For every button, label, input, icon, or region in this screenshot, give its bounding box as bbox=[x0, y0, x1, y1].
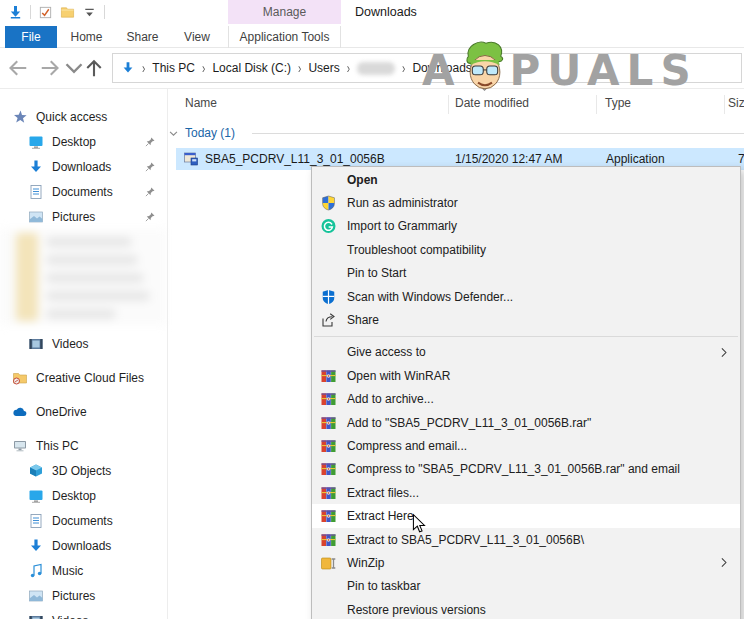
tab-share[interactable]: Share bbox=[116, 26, 169, 48]
menu-icon-placeholder bbox=[320, 602, 337, 618]
downloads-folder-icon[interactable] bbox=[8, 5, 23, 20]
submenu-arrow-icon bbox=[717, 346, 730, 359]
navigation-pane: Quick accessDesktopDownloadsDocumentsPic… bbox=[0, 104, 166, 619]
menu-item-share[interactable]: Share bbox=[312, 308, 740, 331]
appuals-mascot-icon bbox=[456, 38, 514, 94]
video-icon bbox=[28, 613, 44, 619]
sidebar-item-label: Videos bbox=[52, 337, 88, 351]
column-separator[interactable] bbox=[724, 95, 725, 114]
tab-view[interactable]: View bbox=[172, 26, 222, 48]
cube-icon bbox=[28, 463, 44, 479]
document-icon bbox=[28, 184, 44, 200]
breadcrumb-local-disk-c[interactable]: Local Disk (C:) bbox=[212, 61, 291, 75]
winrar-icon bbox=[320, 391, 337, 407]
menu-item-label: Give access to bbox=[347, 345, 426, 359]
new-folder-icon[interactable] bbox=[60, 5, 75, 20]
menu-item-scan-with-windows-defender[interactable]: Scan with Windows Defender... bbox=[312, 285, 740, 308]
menu-item-extract-here[interactable]: Extract Here bbox=[312, 504, 740, 527]
column-header-date-modified[interactable]: Date modified bbox=[455, 96, 529, 110]
menu-item-winzip[interactable]: WinZip bbox=[312, 551, 740, 574]
sidebar-item-pictures[interactable]: Pictures bbox=[0, 583, 166, 608]
column-header-size[interactable]: Size bbox=[728, 96, 744, 110]
sidebar-item-pictures[interactable]: Pictures bbox=[0, 204, 166, 229]
tab-file[interactable]: File bbox=[5, 26, 57, 48]
sidebar-item-desktop[interactable]: Desktop bbox=[0, 483, 166, 508]
menu-item-label: Add to archive... bbox=[347, 392, 434, 406]
sidebar-item-label: Desktop bbox=[52, 135, 96, 149]
menu-item-pin-to-taskbar[interactable]: Pin to taskbar bbox=[312, 575, 740, 598]
breadcrumb-this-pc[interactable]: This PC bbox=[152, 61, 195, 75]
picture-icon bbox=[28, 209, 44, 225]
menu-icon-placeholder bbox=[320, 172, 337, 188]
properties-checkbox-icon[interactable] bbox=[38, 5, 53, 20]
menu-item-label: Troubleshoot compatibility bbox=[347, 243, 486, 257]
cloud-icon bbox=[12, 404, 28, 420]
menu-item-add-to-archive[interactable]: Add to archive... bbox=[312, 388, 740, 411]
sidebar-item-quick-access[interactable]: Quick access bbox=[0, 104, 166, 129]
tab-application-tools[interactable]: Application Tools bbox=[228, 26, 341, 48]
sidebar-item-creative-cloud-files[interactable]: Creative Cloud Files bbox=[0, 365, 166, 390]
sidebar-item-videos[interactable]: Videos bbox=[0, 331, 166, 356]
sidebar-item-videos[interactable]: Videos bbox=[0, 608, 166, 619]
pane-divider bbox=[167, 89, 168, 619]
sidebar-item-this-pc[interactable]: This PC bbox=[0, 433, 166, 458]
star-icon bbox=[12, 109, 28, 125]
group-collapse-icon[interactable] bbox=[168, 128, 179, 139]
back-button[interactable] bbox=[6, 48, 30, 88]
column-header-name[interactable]: Name bbox=[185, 96, 217, 110]
column-separator[interactable] bbox=[448, 95, 449, 114]
winrar-icon bbox=[320, 508, 337, 524]
toolbar-separator bbox=[30, 5, 31, 19]
menu-item-extract-files[interactable]: Extract files... bbox=[312, 481, 740, 504]
menu-icon-placeholder bbox=[320, 265, 337, 281]
column-header-type[interactable]: Type bbox=[605, 96, 631, 110]
menu-item-restore-previous-versions[interactable]: Restore previous versions bbox=[312, 598, 740, 619]
menu-item-add-to-sba5-pcdrv-l11-3-01-0056b-rar[interactable]: Add to "SBA5_PCDRV_L11_3_01_0056B.rar" bbox=[312, 411, 740, 434]
manage-contextual-header: Manage bbox=[228, 0, 341, 24]
winrar-icon bbox=[320, 368, 337, 384]
breadcrumb-separator-icon: › bbox=[347, 60, 350, 75]
sidebar-item-label: Videos bbox=[52, 614, 88, 619]
menu-item-give-access-to[interactable]: Give access to bbox=[312, 341, 740, 364]
pin-icon bbox=[144, 136, 156, 148]
winrar-icon bbox=[320, 485, 337, 501]
menu-item-open-with-winrar[interactable]: Open with WinRAR bbox=[312, 364, 740, 387]
sidebar-item-label: Documents bbox=[52, 514, 113, 528]
tab-home[interactable]: Home bbox=[60, 26, 113, 48]
qat-customize-icon[interactable] bbox=[82, 5, 97, 20]
sidebar-item-onedrive[interactable]: OneDrive bbox=[0, 399, 166, 424]
menu-item-open[interactable]: Open bbox=[312, 168, 740, 191]
menu-item-import-to-grammarly[interactable]: Import to Grammarly bbox=[312, 215, 740, 238]
menu-item-run-as-administrator[interactable]: Run as administrator bbox=[312, 191, 740, 214]
breadcrumb-users[interactable]: Users bbox=[308, 61, 339, 75]
menu-icon-placeholder bbox=[320, 242, 337, 258]
sidebar-item-downloads[interactable]: Downloads bbox=[0, 154, 166, 179]
menu-item-pin-to-start[interactable]: Pin to Start bbox=[312, 262, 740, 285]
sidebar-item-downloads[interactable]: Downloads bbox=[0, 533, 166, 558]
breadcrumb-blurred-username bbox=[357, 62, 395, 75]
menu-item-extract-to-sba5-pcdrv-l11-3-01-0056b[interactable]: Extract to SBA5_PCDRV_L11_3_01_0056B\ bbox=[312, 528, 740, 551]
menu-item-label: Scan with Windows Defender... bbox=[347, 290, 513, 304]
sidebar-item-3d-objects[interactable]: 3D Objects bbox=[0, 458, 166, 483]
forward-button[interactable] bbox=[38, 48, 62, 88]
sidebar-item-label: Desktop bbox=[52, 489, 96, 503]
music-icon bbox=[28, 563, 44, 579]
sidebar-item-music[interactable]: Music bbox=[0, 558, 166, 583]
up-button[interactable] bbox=[82, 48, 106, 88]
menu-item-troubleshoot-compatibility[interactable]: Troubleshoot compatibility bbox=[312, 238, 740, 261]
menu-item-label: WinZip bbox=[347, 556, 384, 570]
sidebar-item-label: Documents bbox=[52, 185, 113, 199]
group-header-today[interactable]: Today (1) bbox=[168, 126, 235, 140]
video-icon bbox=[28, 336, 44, 352]
column-separator[interactable] bbox=[596, 95, 597, 114]
sidebar-item-documents[interactable]: Documents bbox=[0, 179, 166, 204]
menu-separator bbox=[314, 336, 738, 337]
sidebar-item-desktop[interactable]: Desktop bbox=[0, 129, 166, 154]
pin-icon bbox=[144, 186, 156, 198]
sidebar-item-label: Downloads bbox=[52, 539, 111, 553]
menu-item-compress-and-email[interactable]: Compress and email... bbox=[312, 434, 740, 457]
menu-item-compress-to-sba5-pcdrv-l11-3-01-0056b-rar-and-email[interactable]: Compress to "SBA5_PCDRV_L11_3_01_0056B.r… bbox=[312, 458, 740, 481]
sidebar-item-label: Pictures bbox=[52, 589, 95, 603]
sidebar-item-documents[interactable]: Documents bbox=[0, 508, 166, 533]
menu-item-label: Extract to SBA5_PCDRV_L11_3_01_0056B\ bbox=[347, 533, 584, 547]
